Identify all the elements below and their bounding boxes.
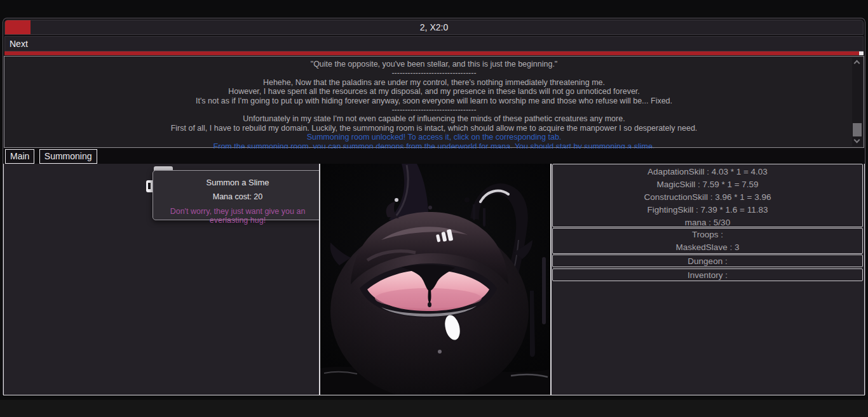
troops-entry: MaskedSlave : 3 xyxy=(553,241,862,254)
summon-actions-panel: Summon a Slime Mana cost: 20 Don't worry… xyxy=(3,164,319,395)
tab-bar: Main Summoning xyxy=(3,149,865,164)
slime-artwork-panel xyxy=(319,164,552,395)
scroll-down-button[interactable] xyxy=(852,136,862,146)
skill-magic: MagicSkill : 7.59 * 1 = 7.59 xyxy=(553,178,862,191)
troops-box: Troops : MaskedSlave : 3 xyxy=(552,228,863,254)
slime-artwork xyxy=(320,164,550,395)
inventory-box: Inventory : xyxy=(552,268,863,281)
tooltip-mana-cost: Mana cost: 20 xyxy=(153,192,322,201)
skill-construction: ConstructionSkill : 3.96 * 1 = 3.96 xyxy=(553,191,862,204)
next-progress-fill xyxy=(4,51,859,55)
log-line: Unfortunately in my state I'm not even c… xyxy=(4,114,864,123)
inventory-header: Inventory : xyxy=(553,269,862,281)
tab-summoning[interactable]: Summoning xyxy=(39,149,97,164)
tooltip-flavor-text: Don't worry, they just want give you an … xyxy=(153,207,322,225)
stats-panel: AdaptationSkill : 4.03 * 1 = 4.03 MagicS… xyxy=(552,164,865,395)
log-line: "Quite the opposite, you've been stellar… xyxy=(4,60,864,69)
log-separator: -------------------------------- xyxy=(4,105,864,114)
summon-tooltip: Summon a Slime Mana cost: 20 Don't worry… xyxy=(153,170,323,220)
story-log: "Quite the opposite, you've been stellar… xyxy=(4,56,864,148)
log-line: However, I have spent all the resources … xyxy=(4,87,864,96)
skills-box: AdaptationSkill : 4.03 * 1 = 4.03 MagicS… xyxy=(552,164,863,227)
mana-counter: mana : 5/30 xyxy=(553,216,862,227)
footer-bar xyxy=(0,400,868,417)
dungeon-header: Dungeon : xyxy=(553,255,862,267)
game-screen: 2, X2:0 Next "Quite the opposite, you've… xyxy=(0,0,868,417)
chevron-down-icon xyxy=(854,137,860,143)
tooltip-title: Summon a Slime xyxy=(153,178,322,187)
log-scrollbar[interactable] xyxy=(852,58,862,146)
log-line-unlock: Summoning room unlocked! To access it, c… xyxy=(4,133,864,142)
tab-main[interactable]: Main xyxy=(5,149,34,164)
chevron-up-icon xyxy=(854,60,860,67)
next-button[interactable]: Next xyxy=(4,36,864,51)
log-line: First of all, I have to rebuild my domai… xyxy=(4,124,864,133)
xp-label: 2, X2:0 xyxy=(5,20,863,34)
dungeon-box: Dungeon : xyxy=(552,255,863,267)
xp-progress-bar: 2, X2:0 xyxy=(4,20,864,35)
skill-fighting: FightingSkill : 7.39 * 1.6 = 11.83 xyxy=(553,204,862,216)
summoning-room-view: Summon a Slime Mana cost: 20 Don't worry… xyxy=(3,164,865,395)
log-separator: -------------------------------- xyxy=(4,69,864,77)
skill-adaptation: AdaptationSkill : 4.03 * 1 = 4.03 xyxy=(553,166,862,178)
log-line: Hehehe, Now that the paladins are under … xyxy=(4,78,864,87)
troops-header: Troops : xyxy=(553,228,862,241)
scroll-up-button[interactable] xyxy=(852,58,862,67)
next-progress-bar xyxy=(4,51,864,55)
log-line: It's not as if I'm going to put up with … xyxy=(4,96,864,105)
game-window: 2, X2:0 Next "Quite the opposite, you've… xyxy=(3,18,865,395)
